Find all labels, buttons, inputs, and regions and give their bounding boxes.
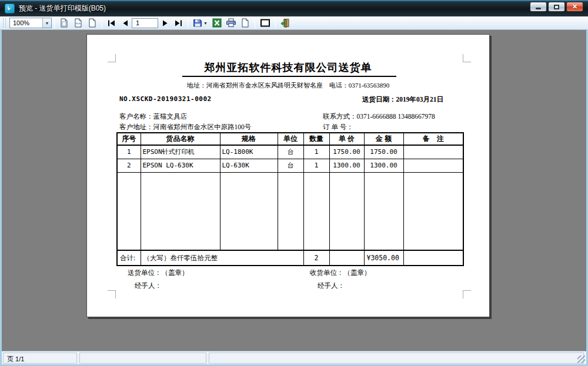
col-header-amount: 金 额	[364, 133, 403, 145]
customer-address-line: 客户地址：河南省郑州市金水区中原路100号	[119, 123, 251, 132]
table-row: 2 EPSON LQ-630K LQ-630K 台 1 1300.00 1300…	[117, 159, 463, 172]
separator	[275, 18, 276, 28]
margins-icon	[260, 19, 270, 27]
status-panel	[79, 352, 206, 364]
cell-price: 1750.00	[329, 145, 364, 159]
exit-button[interactable]	[278, 17, 292, 29]
print-button[interactable]	[224, 17, 238, 29]
separator	[188, 18, 188, 28]
cell-unit: 台	[278, 159, 303, 172]
save-dropdown-icon[interactable]: ▼	[203, 21, 208, 25]
toolbar-grip[interactable]	[3, 18, 6, 28]
prev-page-icon	[122, 20, 128, 26]
last-page-icon	[175, 20, 182, 26]
total-amount-words: （大写）叁仟零伍拾元整	[141, 250, 303, 266]
cell-price: 1300.00	[329, 159, 364, 172]
preview-workspace[interactable]: 郑州亚拓软件科技有限公司送货单 地址：河南省郑州市金水区东风路明天财智名座 电话…	[2, 30, 586, 351]
export-excel-icon	[212, 18, 222, 28]
customer-address-value: 河南省郑州市金水区中原路100号	[153, 123, 252, 130]
sender-signature-label: 送货单位：（盖章）	[128, 268, 189, 277]
resize-grip-icon[interactable]	[577, 355, 585, 363]
save-button[interactable]: ▼	[191, 17, 210, 29]
close-icon: ✕	[572, 3, 577, 11]
cell-qty: 1	[303, 159, 329, 172]
cell-index: 1	[117, 145, 141, 159]
close-button[interactable]: ✕	[566, 2, 583, 12]
items-table: 序号 货品名称 规格 单位 数量 单 价 金 额 备 注 1 EPSON针式打印…	[116, 132, 464, 266]
page-number-input[interactable]	[132, 18, 158, 28]
app-logo-icon	[5, 4, 15, 14]
exit-icon	[280, 18, 290, 28]
col-header-spec: 规格	[220, 133, 278, 145]
whole-page-button[interactable]	[57, 17, 71, 29]
next-page-icon	[162, 20, 168, 26]
total-amount: ¥3050.00	[364, 250, 403, 266]
separator	[54, 18, 55, 28]
cell-qty: 1	[303, 145, 329, 159]
page-setup-button[interactable]	[238, 17, 252, 29]
minimize-button[interactable]	[530, 2, 547, 12]
margin-mark-bottom-left	[108, 290, 116, 298]
chevron-down-icon[interactable]: ▼	[42, 18, 51, 28]
col-header-qty: 数量	[303, 133, 329, 145]
handler-right-label: 经手人：	[318, 281, 345, 290]
document-page: 郑州亚拓软件科技有限公司送货单 地址：河南省郑州市金水区东风路明天财智名座 电话…	[86, 34, 490, 317]
table-row: 1 EPSON针式打印机 LQ-1800K 台 1 1750.00 1750.0…	[117, 145, 463, 159]
cell-name: EPSON针式打印机	[141, 145, 220, 159]
prev-page-button[interactable]	[118, 17, 132, 29]
contact-label: 联系方式：	[323, 113, 357, 120]
window-controls: ✕	[530, 2, 583, 12]
page-setup-icon	[240, 18, 250, 28]
status-panel	[209, 352, 584, 364]
toolbar: 100% ▼ ▼	[0, 16, 588, 30]
cell-index: 2	[117, 159, 141, 172]
page-width-button[interactable]	[71, 17, 85, 29]
separator	[255, 18, 255, 28]
maximize-button[interactable]	[548, 2, 565, 12]
export-excel-button[interactable]	[210, 17, 224, 29]
zoom-select[interactable]: 100% ▼	[9, 18, 52, 28]
customer-name-value: 蓝猫文具店	[153, 113, 188, 120]
receiver-signature-label: 收货单位：（盖章）	[310, 268, 371, 277]
print-icon	[226, 18, 236, 28]
separator	[102, 18, 102, 28]
cell-spec: LQ-1800K	[220, 145, 278, 159]
minimize-icon	[536, 8, 541, 9]
total-remark-blank	[403, 250, 463, 266]
page-width-icon	[74, 18, 83, 28]
table-total-row: 合计: （大写）叁仟零伍拾元整 2 ¥3050.00	[117, 250, 463, 266]
col-header-index: 序号	[117, 133, 141, 145]
maximize-icon	[554, 5, 559, 9]
company-title: 郑州亚拓软件科技有限公司送货单	[87, 61, 489, 75]
first-page-icon	[108, 20, 115, 26]
cell-remark	[403, 145, 463, 159]
cell-amount: 1300.00	[364, 159, 403, 172]
preview-window: 预览 - 送货单打印模版(B05) ✕ 100% ▼	[0, 0, 588, 366]
first-page-button[interactable]	[105, 17, 118, 29]
actual-size-button[interactable]	[85, 17, 99, 29]
col-header-price: 单 价	[329, 133, 364, 145]
zoom-value: 100%	[10, 18, 42, 28]
contact-value: 0371-6666888 13488667978	[357, 113, 435, 120]
customer-name-label: 客户名称：	[119, 113, 153, 120]
cell-remark	[403, 159, 463, 172]
save-icon	[193, 18, 202, 28]
contact-line: 联系方式：0371-6666888 13488667978	[323, 112, 435, 121]
window-title: 预览 - 送货单打印模版(B05)	[19, 4, 106, 14]
margins-button[interactable]	[258, 17, 273, 29]
status-bar: 页 1/1	[2, 351, 586, 364]
col-header-unit: 单位	[278, 133, 303, 145]
col-header-name: 货品名称	[141, 133, 220, 145]
table-header-row: 序号 货品名称 规格 单位 数量 单 价 金 额 备 注	[117, 133, 463, 145]
actual-size-icon	[88, 18, 97, 28]
total-qty: 2	[303, 250, 329, 266]
next-page-button[interactable]	[158, 17, 172, 29]
order-number-label: 订 单 号：	[323, 123, 353, 130]
document-number: NO.XSCKD-20190321-0002	[119, 95, 212, 103]
margin-mark-bottom-right	[463, 290, 471, 298]
page-indicator: 页 1/1	[3, 352, 77, 364]
last-page-button[interactable]	[172, 17, 185, 29]
col-header-remark: 备 注	[403, 133, 463, 145]
total-label: 合计:	[117, 250, 141, 266]
total-price-blank	[329, 250, 364, 266]
